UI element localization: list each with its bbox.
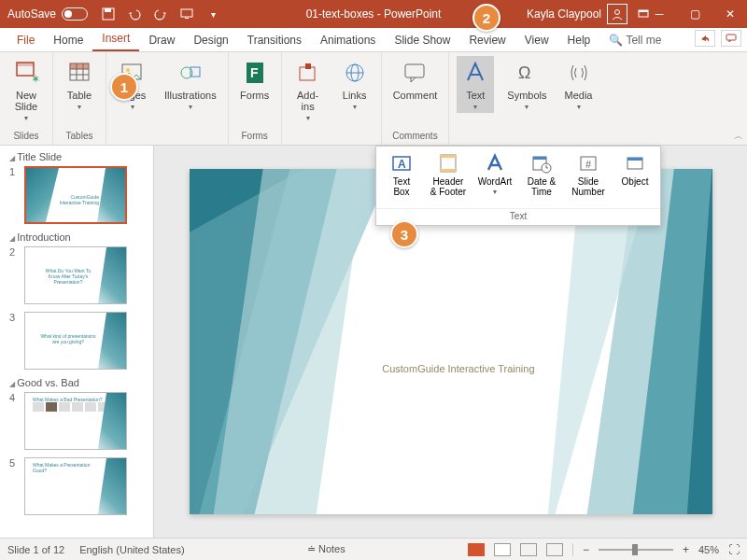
text-dropdown-flyout: A Text Box Header & Footer WordArt ▾ Dat…: [375, 146, 661, 226]
media-button[interactable]: Media ▾: [560, 56, 598, 113]
wordart-button[interactable]: WordArt ▾: [472, 152, 518, 206]
autosave-toggle[interactable]: AutoSave: [7, 7, 88, 21]
quick-access-toolbar: ▾: [101, 7, 220, 21]
slide-footer-text: CustomGuide Interactive Training: [382, 363, 534, 374]
section-good-vs-bad[interactable]: Good vs. Bad: [9, 377, 144, 388]
status-bar: Slide 1 of 12 English (United States) ≐ …: [0, 538, 747, 560]
zoom-slider[interactable]: [599, 549, 673, 551]
links-icon: [340, 58, 370, 88]
svg-rect-6: [639, 10, 648, 12]
tab-transitions[interactable]: Transitions: [238, 30, 311, 51]
save-icon[interactable]: [101, 7, 116, 21]
comments-button[interactable]: [721, 30, 741, 47]
new-slide-icon: ✶: [11, 58, 41, 88]
symbols-button[interactable]: Ω Symbols ▾: [503, 56, 550, 113]
tab-animations[interactable]: Animations: [311, 30, 385, 51]
thumbnail-slide-1[interactable]: CustomGuideInteractive Training: [24, 166, 127, 224]
ribbon-display-options-icon[interactable]: [637, 7, 650, 21]
start-slideshow-icon[interactable]: [179, 7, 194, 21]
svg-rect-7: [726, 35, 736, 40]
svg-text:A: A: [398, 158, 406, 171]
fit-to-window-button[interactable]: ⛶: [728, 543, 740, 556]
svg-rect-28: [405, 64, 424, 77]
tab-help[interactable]: Help: [558, 30, 600, 51]
date-time-button[interactable]: Date & Time: [518, 152, 565, 206]
tab-review[interactable]: Review: [459, 30, 514, 51]
qat-more-icon[interactable]: ▾: [205, 7, 220, 21]
svg-text:#: #: [585, 159, 592, 170]
user-name: Kayla Claypool: [527, 7, 601, 21]
new-slide-button[interactable]: ✶ New Slide ▾: [7, 56, 45, 124]
callout-2: 2: [472, 4, 500, 32]
text-box-icon: A: [390, 152, 413, 175]
autosave-label: AutoSave: [7, 7, 56, 21]
header-footer-icon: [437, 152, 459, 175]
language-indicator[interactable]: English (United States): [79, 544, 185, 555]
comment-button[interactable]: Comment: [389, 56, 442, 103]
share-button[interactable]: [695, 30, 715, 47]
svg-rect-2: [181, 9, 192, 17]
autosave-switch-icon[interactable]: [62, 7, 88, 21]
table-button[interactable]: Table ▾: [61, 56, 98, 113]
thumbnail-slide-3[interactable]: What kind of presentationsare you giving…: [24, 312, 127, 370]
notes-button[interactable]: ≐ Notes: [307, 543, 345, 554]
user-account[interactable]: Kayla Claypool: [527, 4, 627, 24]
redo-icon[interactable]: [153, 7, 168, 21]
table-icon: [64, 58, 94, 88]
minimize-button[interactable]: ─: [650, 7, 669, 21]
tab-home[interactable]: Home: [44, 30, 92, 51]
undo-icon[interactable]: [127, 7, 142, 21]
thumbnail-slide-5[interactable]: What Makes a Presentation Good?: [24, 457, 127, 515]
svg-rect-3: [185, 18, 189, 19]
wordart-icon: [484, 152, 506, 175]
slide-background-left: [190, 169, 395, 514]
tab-view[interactable]: View: [515, 30, 558, 51]
forms-button[interactable]: F Forms: [236, 56, 274, 103]
header-footer-button[interactable]: Header & Footer: [425, 152, 472, 206]
thumbnail-slide-4[interactable]: What Makes a Bad Presentation?: [24, 392, 127, 450]
tell-me-search[interactable]: 🔍 Tell me: [599, 30, 670, 51]
svg-rect-24: [305, 63, 311, 69]
group-label-comments: Comments: [392, 131, 437, 143]
svg-text:F: F: [250, 65, 259, 80]
section-title-slide[interactable]: Title Slide: [9, 151, 144, 162]
links-button[interactable]: Links ▾: [336, 56, 374, 124]
addins-icon: [293, 58, 323, 88]
zoom-level[interactable]: 45%: [698, 544, 719, 555]
zoom-in-button[interactable]: +: [683, 543, 689, 556]
tab-design[interactable]: Design: [184, 30, 237, 51]
addins-button[interactable]: Add- ins ▾: [289, 56, 327, 124]
tab-slideshow[interactable]: Slide Show: [385, 30, 459, 51]
close-button[interactable]: ✕: [721, 7, 740, 21]
slide-position[interactable]: Slide 1 of 12: [7, 544, 64, 555]
svg-rect-23: [300, 67, 315, 80]
slide-thumbnail-panel[interactable]: Title Slide 1 CustomGuideInteractive Tra…: [0, 146, 154, 538]
svg-rect-51: [627, 158, 642, 161]
slide-sorter-view-button[interactable]: [494, 543, 511, 556]
svg-text:Ω: Ω: [518, 63, 530, 82]
ribbon-tabs: File Home Insert Draw Design Transitions…: [0, 28, 747, 52]
svg-point-18: [126, 68, 130, 72]
collapse-ribbon-icon[interactable]: ︿: [734, 130, 743, 143]
reading-view-button[interactable]: [520, 543, 537, 556]
normal-view-button[interactable]: [468, 543, 485, 556]
group-label-slides: Slides: [13, 131, 38, 143]
text-box-button[interactable]: A Text Box: [378, 152, 425, 206]
object-button[interactable]: Object: [612, 152, 658, 206]
media-icon: [564, 58, 594, 88]
illustrations-button[interactable]: Illustrations ▾: [161, 56, 220, 113]
svg-text:✶: ✶: [32, 74, 39, 84]
text-button[interactable]: Text ▾: [457, 56, 494, 113]
tab-file[interactable]: File: [7, 30, 44, 51]
callout-3: 3: [390, 220, 418, 248]
object-icon: [624, 152, 646, 175]
zoom-out-button[interactable]: −: [583, 543, 589, 556]
slideshow-view-button[interactable]: [546, 543, 563, 556]
thumbnail-slide-2[interactable]: What Do You Want ToKnow After Today'sPre…: [24, 246, 127, 304]
section-introduction[interactable]: Introduction: [9, 231, 144, 243]
slide-number-button[interactable]: # Slide Number: [565, 152, 612, 206]
maximize-button[interactable]: ▢: [685, 7, 704, 21]
svg-rect-42: [441, 169, 456, 172]
tab-insert[interactable]: Insert: [92, 28, 139, 51]
tab-draw[interactable]: Draw: [139, 30, 184, 51]
